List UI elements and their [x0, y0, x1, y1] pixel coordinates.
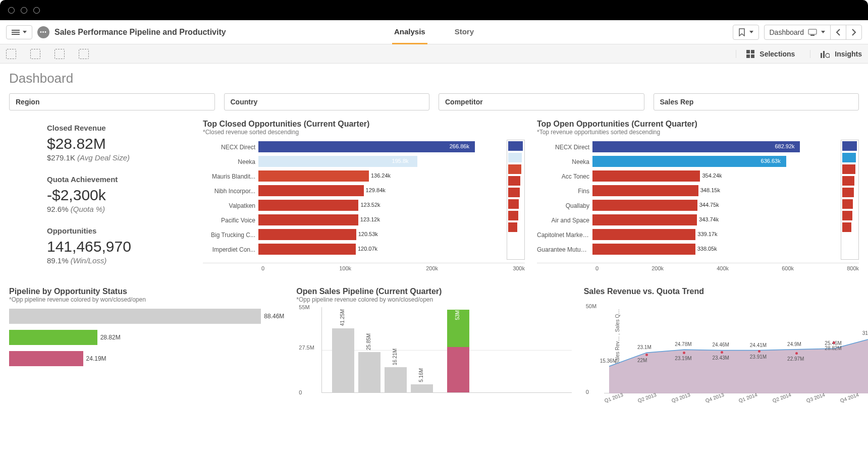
- kpi-quota-value[interactable]: -$2,300k: [47, 187, 191, 204]
- x-axis: 0200k400k600k800k: [537, 263, 859, 271]
- bar-label: Neeka: [203, 158, 258, 165]
- bar-stacked-lower[interactable]: [447, 347, 469, 392]
- step-back-icon[interactable]: [30, 49, 40, 59]
- bar-value: 339.17k: [697, 231, 717, 237]
- data-label: 28.82M: [825, 345, 841, 351]
- bar[interactable]: [358, 352, 381, 392]
- chart-title: Open Sales Pipeline (Current Quarter): [296, 287, 571, 296]
- filter-salesrep[interactable]: Sales Rep: [654, 93, 859, 110]
- clear-selections-icon[interactable]: [79, 49, 89, 59]
- selections-tool-button[interactable]: Selections: [736, 50, 795, 58]
- bar-row[interactable]: Nibh Incorpor... 129.84k: [203, 184, 502, 198]
- data-label: 24.41M: [750, 342, 767, 348]
- bar-value: 88.46M: [264, 313, 284, 320]
- traffic-close-icon[interactable]: [8, 7, 15, 14]
- data-label: 22M: [637, 358, 647, 363]
- open-pipeline-chart[interactable]: Open Sales Pipeline (Current Quarter) *O…: [296, 287, 571, 400]
- bar-value: 53M: [455, 310, 460, 320]
- bar-row[interactable]: Neeka 195.8k: [203, 154, 502, 169]
- top-open-chart[interactable]: Top Open Opportunities (Current Quarter)…: [537, 120, 859, 278]
- data-label: 22.97M: [787, 356, 804, 362]
- chart-subtitle: *Top revenue opportunities sorted descen…: [537, 129, 859, 136]
- step-forward-icon[interactable]: [55, 49, 65, 59]
- data-label: 23.91M: [750, 354, 767, 360]
- bar-row[interactable]: 88.46M: [9, 307, 284, 325]
- bar-row[interactable]: Pacific Voice 123.12k: [203, 213, 502, 227]
- caret-down-icon: [749, 31, 753, 33]
- filter-competitor[interactable]: Competitor: [439, 93, 644, 110]
- bar-row[interactable]: NECX Direct 682.92k: [537, 140, 836, 154]
- hamburger-icon: [12, 29, 20, 36]
- tab-story[interactable]: Story: [453, 20, 476, 44]
- filter-region[interactable]: Region: [9, 93, 215, 110]
- minimap[interactable]: [507, 140, 525, 260]
- filter-country[interactable]: Country: [224, 93, 430, 110]
- trend-chart[interactable]: Sales Revenue vs. Quota Trend Sales Rev……: [584, 287, 859, 400]
- caret-down-icon: [821, 31, 825, 33]
- next-sheet-button[interactable]: [846, 25, 862, 40]
- bar-value: 136.24k: [371, 172, 391, 179]
- bar-row[interactable]: Quallaby 344.75k: [537, 198, 836, 213]
- minimap[interactable]: [841, 140, 859, 260]
- kpi-closed-value[interactable]: $28.82M: [47, 135, 191, 152]
- y-tick: 55M: [299, 304, 309, 310]
- pipeline-status-chart[interactable]: Pipeline by Opportunity Status *Opp pipe…: [9, 287, 284, 400]
- bar-row[interactable]: 24.19M: [9, 350, 284, 368]
- kpi-block: Closed Revenue $28.82M $279.1K (Avg Deal…: [9, 120, 191, 278]
- bookmark-button[interactable]: [733, 25, 759, 40]
- bar-value: 28.82M: [100, 334, 121, 341]
- bar[interactable]: [332, 328, 354, 393]
- svg-rect-0: [808, 29, 817, 34]
- bar-value: 5.16M: [418, 368, 424, 382]
- bar-row[interactable]: Neeka 636.63k: [537, 154, 836, 169]
- sheet-selector-label: Dashboard: [770, 28, 804, 36]
- smart-search-icon[interactable]: [6, 49, 16, 59]
- bar-row[interactable]: NECX Direct 266.86k: [203, 140, 502, 154]
- bar-value: 120.53k: [358, 231, 378, 237]
- svg-rect-1: [810, 35, 815, 36]
- bar-row[interactable]: Fins 348.15k: [537, 184, 836, 198]
- bar-label: Imperdiet Con...: [203, 246, 258, 253]
- data-label: 15.36M: [600, 358, 617, 364]
- data-label: 23.43M: [713, 355, 729, 361]
- bar-row[interactable]: Valpatken 123.52k: [203, 198, 502, 213]
- bar-row[interactable]: 28.82M: [9, 328, 284, 347]
- sheet-selector-button[interactable]: Dashboard: [764, 25, 831, 40]
- kpi-opps-sub: 89.1% (Win/Loss): [47, 256, 191, 265]
- kpi-quota-label: Quota Achievement: [47, 175, 191, 184]
- bar-row[interactable]: Air and Space 343.74k: [537, 213, 836, 227]
- tab-analysis[interactable]: Analysis: [392, 20, 427, 44]
- bar-row[interactable]: Capitolnet Marketing G... 339.17k: [537, 227, 836, 242]
- bar-value: 636.63k: [761, 158, 781, 164]
- y-tick: 50M: [586, 303, 596, 309]
- traffic-min-icon[interactable]: [21, 7, 27, 14]
- top-closed-chart[interactable]: Top Closed Opportunities (Current Quarte…: [203, 120, 525, 278]
- main-menu-button[interactable]: [6, 25, 32, 39]
- bar-label: Neeka: [537, 158, 592, 165]
- svg-rect-3: [823, 51, 825, 58]
- bar-row[interactable]: Acc Tonec 354.24k: [537, 169, 836, 184]
- bar-label: Acc Tonec: [537, 173, 592, 180]
- bar-row[interactable]: Imperdiet Con... 120.07k: [203, 242, 502, 257]
- prev-sheet-button[interactable]: [830, 25, 846, 40]
- data-point[interactable]: [721, 351, 723, 354]
- traffic-max-icon[interactable]: [33, 7, 40, 14]
- bar-row[interactable]: Mauris Blandit... 136.24k: [203, 169, 502, 184]
- insights-button[interactable]: Insights: [810, 50, 862, 58]
- grid-icon: [746, 50, 754, 58]
- chart-subtitle: *Opp pipeline revenue colored by won/clo…: [9, 296, 284, 303]
- data-point[interactable]: [795, 352, 798, 355]
- bar-value: 348.15k: [700, 187, 720, 193]
- bar-row[interactable]: Guarantee Mutual Life ... 338.05k: [537, 242, 836, 257]
- bar-label: Big Trucking C...: [203, 232, 258, 239]
- data-point[interactable]: [645, 354, 648, 356]
- bar[interactable]: [385, 367, 407, 392]
- kpi-opps-value[interactable]: 141,465,970: [47, 238, 191, 255]
- chevron-right-icon: [851, 29, 856, 36]
- bar[interactable]: [411, 384, 433, 392]
- data-label: 24.78M: [675, 341, 691, 347]
- insights-icon: [821, 50, 830, 58]
- bar-label: Air and Space: [537, 217, 592, 224]
- page-title: Dashboard: [9, 71, 859, 86]
- bar-row[interactable]: Big Trucking C... 120.53k: [203, 227, 502, 242]
